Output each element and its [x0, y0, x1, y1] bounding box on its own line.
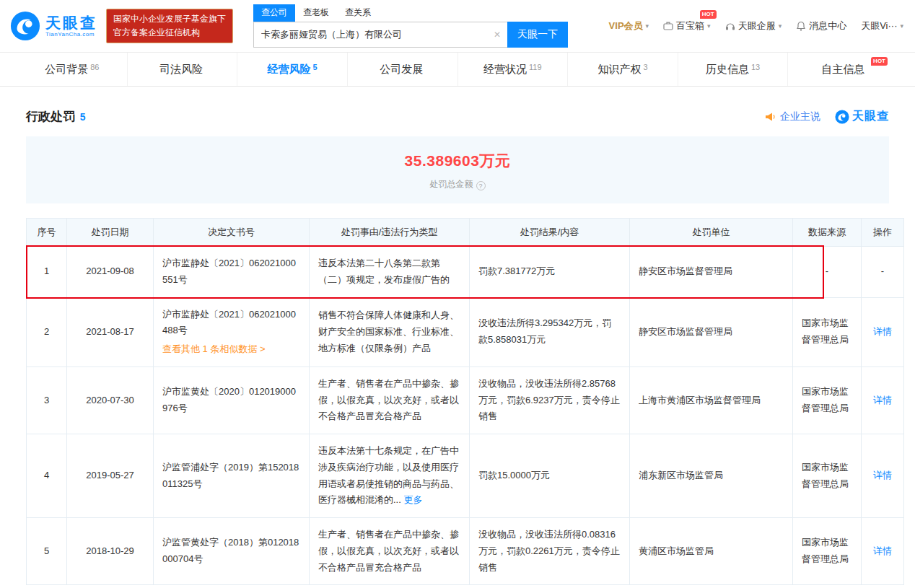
nav-toolbox[interactable]: HOT 百宝箱 ▾ [663, 19, 711, 32]
table-row: 1 2021-09-08 沪市监静处〔2021〕062021000551号 违反… [27, 247, 904, 298]
cell-source: - [793, 247, 862, 298]
nav-tianyan-vip[interactable]: 天眼Vi··· ▾ [861, 19, 903, 32]
cell-result: 罚款15.0000万元 [470, 434, 630, 518]
search-area: 查公司 查老板 查关系 ✕ 天眼一下 [253, 4, 568, 48]
nav-message-center-label: 消息中心 [809, 19, 846, 32]
tianyancha-watermark: 天眼查 [835, 109, 889, 124]
nav-toolbox-label: 百宝箱 [676, 19, 704, 32]
top-nav: VIP会员 ▾ HOT 百宝箱 ▾ 天眼企服 ▾ [609, 19, 903, 32]
logo-title: 天眼查 [45, 14, 97, 31]
toolbox-icon [663, 21, 673, 31]
tab-history-info[interactable]: 历史信息13 [678, 53, 788, 86]
table-header-row: 序号 处罚日期 决定文书号 处罚事由/违法行为类型 处罚结果/内容 处罚单位 数… [27, 219, 904, 247]
search-tab-boss[interactable]: 查老板 [295, 4, 337, 22]
col-unit: 处罚单位 [630, 219, 793, 247]
chevron-down-icon: ▾ [900, 22, 903, 30]
cell-action: 详情 [862, 367, 904, 434]
section-head: 行政处罚 5 企业主说 天眼查 [26, 108, 889, 125]
penalty-summary: 35.389603万元 处罚总金额? [26, 136, 889, 203]
header: 天眼查 TianYanCha.com 国家中小企业发展子基金旗下 官方备案企业征… [0, 0, 915, 52]
cell-source: 国家市场监督管理总局 [793, 518, 862, 585]
tab-company-development[interactable]: 公司发展 [347, 53, 457, 86]
search-tab-company[interactable]: 查公司 [253, 4, 295, 22]
penalty-total-label: 处罚总金额? [26, 178, 889, 190]
cell-doc: 沪市监静处〔2021〕062021000488号 查看其他 1 条相似数据 > [154, 297, 310, 367]
tab-judicial-risk[interactable]: 司法风险 [127, 53, 237, 86]
cell-no: 1 [27, 247, 67, 298]
cell-unit: 静安区市场监督管理局 [630, 297, 793, 367]
tab-operating-risk[interactable]: 经营风险5 [237, 53, 347, 86]
nav-message-center[interactable]: 消息中心 [796, 19, 846, 32]
search-input[interactable] [254, 22, 507, 47]
cell-date: 2018-10-29 [67, 518, 154, 585]
cell-date: 2019-05-27 [67, 434, 154, 518]
cell-doc: 沪监管浦处字（2019）第152018011325号 [154, 434, 310, 518]
more-link[interactable]: 更多 [403, 494, 422, 505]
detail-link[interactable]: 详情 [873, 470, 892, 481]
hot-badge: HOT [700, 10, 717, 19]
logo-subtitle: TianYanCha.com [45, 31, 97, 38]
cell-reason: 违反本法第十七条规定，在广告中涉及疾病治疗功能，以及使用医疗用语或者易使推销的商… [310, 434, 470, 518]
section-right: 企业主说 天眼查 [765, 109, 889, 124]
page-title: 行政处罚 5 [26, 108, 86, 125]
cell-no: 3 [27, 367, 67, 434]
table-row: 2 2021-08-17 沪市监静处〔2021〕062021000488号 查看… [27, 297, 904, 367]
nav-enterprise-service[interactable]: 天眼企服 ▾ [725, 19, 782, 32]
cell-reason: 生产者、销售者在产品中掺杂、掺假，以假充真，以次充好，或者以不合格产品冒充合格产… [310, 518, 470, 585]
chevron-down-icon: ▾ [779, 22, 782, 30]
tab-intellectual-property[interactable]: 知识产权3 [567, 53, 678, 86]
help-icon[interactable]: ? [476, 181, 486, 190]
search-tabs: 查公司 查老板 查关系 [253, 4, 568, 22]
cell-reason: 销售不符合保障人体健康和人身、财产安全的国家标准、行业标准、地方标准（仅限条例）… [310, 297, 470, 367]
similar-data-link[interactable]: 查看其他 1 条相似数据 > [162, 341, 300, 358]
clear-icon[interactable]: ✕ [494, 30, 501, 40]
cell-doc: 沪监管黄处字（2018）第012018000704号 [154, 518, 310, 585]
cell-date: 2020-07-30 [67, 367, 154, 434]
nav-vip[interactable]: VIP会员 ▾ [609, 19, 649, 32]
col-doc: 决定文书号 [154, 219, 310, 247]
tab-operating-status[interactable]: 经营状况119 [457, 53, 568, 86]
tab-company-background[interactable]: 公司背景86 [17, 53, 127, 86]
cell-no: 4 [27, 434, 67, 518]
badge-line1: 国家中小企业发展子基金旗下 [113, 12, 226, 26]
logo-text: 天眼查 TianYanCha.com [45, 14, 97, 38]
col-no: 序号 [27, 219, 67, 247]
tianyancha-logo-icon [835, 110, 849, 124]
cell-unit: 静安区市场监督管理局 [630, 247, 793, 298]
cell-result: 没收物品，没收违法所得2.85768万元，罚款6.9237万元，责令停止销售 [470, 367, 630, 434]
search-button[interactable]: 天眼一下 [507, 22, 568, 48]
main-content: 行政处罚 5 企业主说 天眼查 35.389603万元 [0, 87, 915, 585]
cell-action: 详情 [862, 297, 904, 367]
nav-enterprise-service-label: 天眼企服 [738, 19, 776, 32]
detail-link[interactable]: 详情 [873, 326, 892, 337]
tianyancha-logo[interactable]: 天眼查 TianYanCha.com [10, 11, 97, 41]
cell-unit: 黄浦区市场监管局 [630, 518, 793, 585]
cell-action: 详情 [862, 434, 904, 518]
cell-no: 5 [27, 518, 67, 585]
col-action: 操作 [862, 219, 904, 247]
search-input-wrap: ✕ [253, 22, 507, 48]
chevron-down-icon: ▾ [646, 22, 649, 30]
headset-icon [725, 21, 735, 31]
table-row: 5 2018-10-29 沪监管黄处字（2018）第012018000704号 … [27, 518, 904, 585]
cell-no: 2 [27, 297, 67, 367]
col-date: 处罚日期 [67, 219, 154, 247]
cell-source: 国家市场监督管理总局 [793, 434, 862, 518]
enterprise-say-link[interactable]: 企业主说 [765, 110, 820, 123]
cell-reason: 生产者、销售者在产品中掺杂、掺假，以假充真，以次充好，或者以不合格产品冒充合格产… [310, 367, 470, 434]
penalty-table: 序号 处罚日期 决定文书号 处罚事由/违法行为类型 处罚结果/内容 处罚单位 数… [26, 218, 904, 585]
nav-vip-label: VIP会员 [609, 19, 643, 32]
detail-link[interactable]: 详情 [873, 395, 892, 405]
section-tabs: 公司背景86 司法风险 经营风险5 公司发展 经营状况119 知识产权3 历史信… [0, 52, 915, 87]
tab-self-info[interactable]: 自主信息 HOT [787, 53, 898, 86]
cell-source: 国家市场监督管理总局 [793, 297, 862, 367]
cell-result: 没收物品，没收违法所得0.08316万元，罚款0.2261万元，责令停止销售 [470, 518, 630, 585]
detail-link[interactable]: 详情 [873, 545, 892, 556]
cell-unit: 上海市黄浦区市场监督管理局 [630, 367, 793, 434]
table-row: 4 2019-05-27 沪监管浦处字（2019）第152018011325号 … [27, 434, 904, 518]
certification-badge: 国家中小企业发展子基金旗下 官方备案企业征信机构 [106, 9, 233, 43]
search-tab-relation[interactable]: 查关系 [337, 4, 379, 22]
cell-doc: 沪市监静处〔2021〕062021000551号 [154, 247, 310, 298]
penalty-table-wrap: 序号 处罚日期 决定文书号 处罚事由/违法行为类型 处罚结果/内容 处罚单位 数… [26, 218, 889, 585]
hot-badge: HOT [871, 57, 888, 66]
